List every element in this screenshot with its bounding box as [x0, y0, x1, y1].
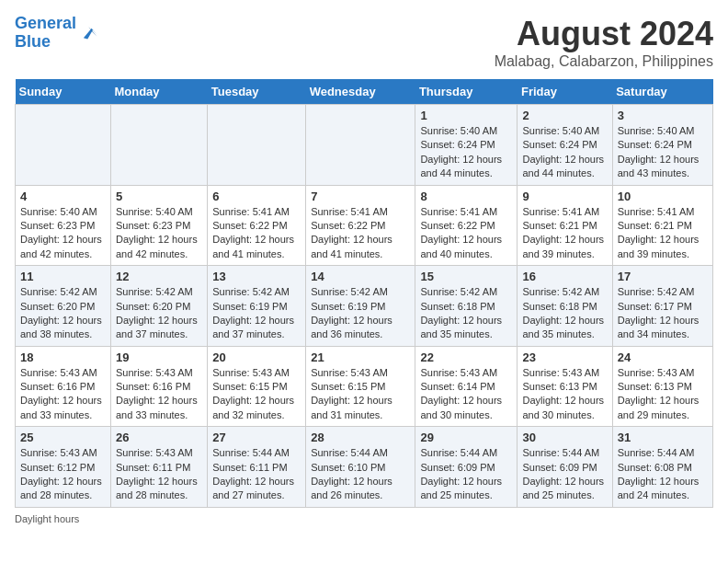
calendar-cell: 4Sunrise: 5:40 AMSunset: 6:23 PMDaylight… [16, 185, 111, 266]
cell-detail: Sunset: 6:21 PM [522, 219, 607, 233]
cell-detail: Daylight: 12 hours and 41 minutes. [311, 233, 410, 261]
calendar-cell: 23Sunrise: 5:43 AMSunset: 6:13 PMDayligh… [518, 346, 612, 427]
cell-detail: Daylight: 12 hours and 32 minutes. [212, 394, 301, 422]
cell-detail: Daylight: 12 hours and 35 minutes. [522, 314, 607, 342]
cell-detail: Sunset: 6:20 PM [20, 300, 106, 314]
title-area: August 2024 Malabag, Calabarzon, Philipp… [495, 15, 713, 70]
cell-detail: Sunrise: 5:42 AM [311, 285, 410, 299]
cell-detail: Sunset: 6:23 PM [20, 219, 106, 233]
day-number: 17 [618, 270, 708, 283]
cell-detail: Sunset: 6:15 PM [212, 380, 301, 394]
cell-detail: Sunset: 6:16 PM [20, 380, 106, 394]
calendar-cell: 29Sunrise: 5:44 AMSunset: 6:09 PMDayligh… [415, 427, 518, 508]
calendar-cell: 5Sunrise: 5:40 AMSunset: 6:23 PMDaylight… [110, 185, 207, 266]
cell-detail: Sunrise: 5:40 AM [618, 124, 708, 138]
day-number: 26 [116, 431, 202, 444]
calendar-cell: 6Sunrise: 5:41 AMSunset: 6:22 PMDaylight… [208, 185, 306, 266]
calendar-cell [208, 105, 306, 186]
calendar-cell: 17Sunrise: 5:42 AMSunset: 6:17 PMDayligh… [612, 266, 712, 347]
calendar-cell: 11Sunrise: 5:42 AMSunset: 6:20 PMDayligh… [16, 266, 111, 347]
cell-detail: Sunrise: 5:42 AM [618, 285, 708, 299]
week-row-5: 25Sunrise: 5:43 AMSunset: 6:12 PMDayligh… [16, 427, 713, 508]
cell-detail: Sunrise: 5:40 AM [20, 205, 106, 219]
calendar-cell: 14Sunrise: 5:42 AMSunset: 6:19 PMDayligh… [306, 266, 415, 347]
cell-detail: Sunset: 6:21 PM [618, 219, 708, 233]
cell-detail: Daylight: 12 hours and 33 minutes. [116, 394, 202, 422]
day-number: 2 [522, 109, 607, 122]
cell-detail: Sunrise: 5:41 AM [420, 205, 512, 219]
day-number: 19 [116, 350, 202, 364]
cell-detail: Sunrise: 5:42 AM [212, 285, 301, 299]
calendar-table: SundayMondayTuesdayWednesdayThursdayFrid… [15, 79, 713, 508]
calendar-cell: 27Sunrise: 5:44 AMSunset: 6:11 PMDayligh… [208, 427, 306, 508]
week-row-2: 4Sunrise: 5:40 AMSunset: 6:23 PMDaylight… [16, 185, 713, 266]
day-number: 30 [522, 431, 607, 444]
cell-detail: Sunrise: 5:43 AM [522, 366, 607, 380]
day-number: 23 [522, 350, 607, 364]
cell-detail: Sunset: 6:19 PM [212, 300, 301, 314]
cell-detail: Daylight: 12 hours and 39 minutes. [618, 233, 708, 261]
cell-detail: Sunrise: 5:40 AM [522, 124, 607, 138]
day-number: 10 [618, 190, 708, 203]
calendar-cell: 31Sunrise: 5:44 AMSunset: 6:08 PMDayligh… [612, 427, 712, 508]
cell-detail: Daylight: 12 hours and 30 minutes. [420, 394, 512, 422]
cell-detail: Daylight: 12 hours and 42 minutes. [116, 233, 202, 261]
cell-detail: Sunset: 6:24 PM [420, 138, 512, 152]
cell-detail: Daylight: 12 hours and 36 minutes. [311, 314, 410, 342]
day-header-row: SundayMondayTuesdayWednesdayThursdayFrid… [16, 79, 713, 105]
cell-detail: Daylight: 12 hours and 24 minutes. [618, 475, 708, 503]
cell-detail: Sunset: 6:08 PM [618, 461, 708, 475]
day-number: 6 [212, 190, 301, 203]
calendar-cell: 9Sunrise: 5:41 AMSunset: 6:21 PMDaylight… [518, 185, 612, 266]
calendar-cell: 1Sunrise: 5:40 AMSunset: 6:24 PMDaylight… [415, 105, 518, 186]
cell-detail: Sunrise: 5:43 AM [116, 446, 202, 460]
cell-detail: Sunset: 6:24 PM [522, 138, 607, 152]
day-header-friday: Friday [518, 79, 612, 105]
calendar-cell: 2Sunrise: 5:40 AMSunset: 6:24 PMDaylight… [518, 105, 612, 186]
day-number: 20 [212, 350, 301, 364]
main-title: August 2024 [495, 15, 713, 53]
cell-detail: Sunrise: 5:43 AM [116, 366, 202, 380]
cell-detail: Sunrise: 5:43 AM [20, 366, 106, 380]
cell-detail: Sunset: 6:20 PM [116, 300, 202, 314]
day-number: 4 [20, 190, 106, 203]
cell-detail: Daylight: 12 hours and 37 minutes. [116, 314, 202, 342]
calendar-cell: 25Sunrise: 5:43 AMSunset: 6:12 PMDayligh… [16, 427, 111, 508]
day-number: 12 [116, 270, 202, 283]
week-row-3: 11Sunrise: 5:42 AMSunset: 6:20 PMDayligh… [16, 266, 713, 347]
cell-detail: Sunrise: 5:42 AM [116, 285, 202, 299]
cell-detail: Daylight: 12 hours and 43 minutes. [618, 153, 708, 181]
cell-detail: Sunrise: 5:42 AM [420, 285, 512, 299]
footer: Daylight hours [15, 513, 713, 524]
calendar-cell: 8Sunrise: 5:41 AMSunset: 6:22 PMDaylight… [415, 185, 518, 266]
cell-detail: Sunrise: 5:44 AM [420, 446, 512, 460]
calendar-cell: 26Sunrise: 5:43 AMSunset: 6:11 PMDayligh… [110, 427, 207, 508]
cell-detail: Daylight: 12 hours and 35 minutes. [420, 314, 512, 342]
cell-detail: Sunset: 6:11 PM [212, 461, 301, 475]
cell-detail: Daylight: 12 hours and 33 minutes. [20, 394, 106, 422]
svg-marker-0 [84, 29, 97, 40]
cell-detail: Sunrise: 5:44 AM [212, 446, 301, 460]
day-number: 1 [420, 109, 512, 122]
cell-detail: Sunset: 6:19 PM [311, 300, 410, 314]
calendar-header: SundayMondayTuesdayWednesdayThursdayFrid… [16, 79, 713, 105]
cell-detail: Daylight: 12 hours and 40 minutes. [420, 233, 512, 261]
cell-detail: Sunrise: 5:44 AM [522, 446, 607, 460]
cell-detail: Daylight: 12 hours and 44 minutes. [420, 153, 512, 181]
logo-icon [78, 23, 98, 43]
cell-detail: Daylight: 12 hours and 30 minutes. [522, 394, 607, 422]
cell-detail: Daylight: 12 hours and 42 minutes. [20, 233, 106, 261]
cell-detail: Daylight: 12 hours and 37 minutes. [212, 314, 301, 342]
day-number: 5 [116, 190, 202, 203]
day-number: 29 [420, 431, 512, 444]
cell-detail: Daylight: 12 hours and 28 minutes. [20, 475, 106, 503]
calendar-cell: 12Sunrise: 5:42 AMSunset: 6:20 PMDayligh… [110, 266, 207, 347]
day-number: 13 [212, 270, 301, 283]
day-number: 15 [420, 270, 512, 283]
cell-detail: Sunset: 6:22 PM [212, 219, 301, 233]
day-number: 27 [212, 431, 301, 444]
cell-detail: Daylight: 12 hours and 27 minutes. [212, 475, 301, 503]
calendar-cell: 22Sunrise: 5:43 AMSunset: 6:14 PMDayligh… [415, 346, 518, 427]
cell-detail: Sunset: 6:11 PM [116, 461, 202, 475]
cell-detail: Sunrise: 5:42 AM [20, 285, 106, 299]
